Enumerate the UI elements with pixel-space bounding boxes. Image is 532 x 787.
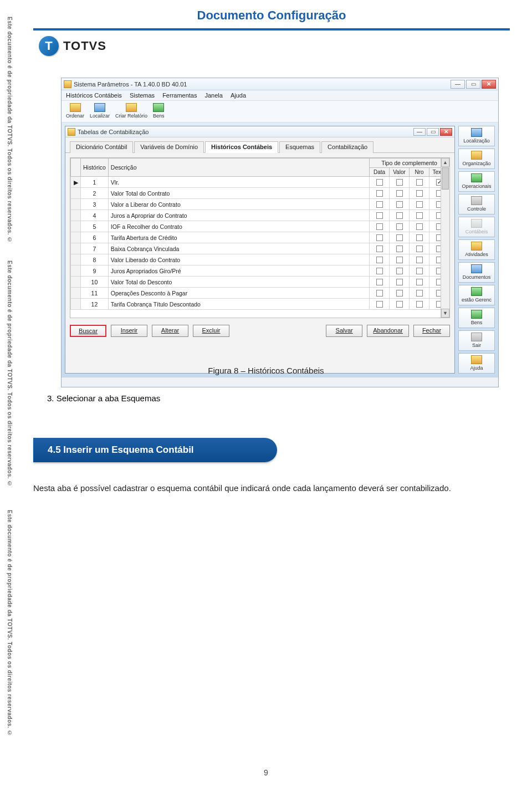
tool-localizar[interactable]: Localizar — [90, 103, 110, 119]
close-button[interactable]: ✕ — [482, 80, 496, 89]
table-row[interactable]: 6Tarifa Abertura de Crédito — [71, 232, 449, 243]
table-row[interactable]: 7Baixa Cobrança Vinculada — [71, 243, 449, 254]
checkbox-icon[interactable] — [396, 279, 403, 285]
cell-checkbox[interactable] — [390, 243, 410, 254]
cell-checkbox[interactable] — [370, 288, 390, 299]
cell-checkbox[interactable] — [390, 221, 410, 232]
checkbox-icon[interactable] — [376, 257, 383, 263]
excluir-button[interactable]: Excluir — [193, 325, 229, 337]
table-row[interactable]: 11Operações Desconto à Pagar — [71, 288, 449, 299]
table-row[interactable]: 12Tarifa Cobrança Título Descontado — [71, 299, 449, 310]
menu-item-janela[interactable]: Janela — [204, 92, 222, 99]
cell-checkbox[interactable] — [370, 254, 390, 265]
cell-checkbox[interactable] — [390, 199, 410, 210]
checkbox-icon[interactable] — [396, 257, 403, 263]
cell-checkbox[interactable] — [410, 288, 429, 299]
checkbox-icon[interactable] — [376, 246, 383, 252]
checkbox-icon[interactable] — [416, 257, 423, 263]
menu-item-historicos[interactable]: Históricos Contábeis — [66, 92, 122, 99]
table-row[interactable]: 10Valor Total do Desconto — [71, 277, 449, 288]
sidebar-item-est-o-gerenc[interactable]: estão Gerenc — [458, 285, 495, 305]
tab-esquemas[interactable]: Esquemas — [279, 141, 320, 153]
cell-checkbox[interactable] — [410, 232, 429, 243]
checkbox-icon[interactable] — [416, 234, 423, 241]
checkbox-icon[interactable] — [376, 268, 383, 274]
checkbox-icon[interactable] — [376, 212, 383, 219]
checkbox-icon[interactable] — [396, 290, 403, 297]
tool-ordenar[interactable]: Ordenar — [66, 103, 84, 119]
checkbox-icon[interactable] — [396, 268, 403, 274]
checkbox-icon[interactable] — [396, 301, 403, 308]
cell-checkbox[interactable] — [410, 265, 429, 277]
cell-checkbox[interactable] — [390, 288, 410, 299]
scroll-down-icon[interactable]: ▼ — [441, 309, 449, 318]
cell-checkbox[interactable] — [370, 277, 390, 288]
cell-checkbox[interactable] — [390, 210, 410, 221]
checkbox-icon[interactable] — [416, 179, 423, 186]
cell-checkbox[interactable] — [390, 265, 410, 277]
cell-checkbox[interactable] — [410, 199, 429, 210]
tool-relatorio[interactable]: Criar Relatório — [115, 103, 147, 119]
cell-checkbox[interactable] — [410, 188, 429, 199]
inner-maximize-button[interactable]: ▭ — [427, 128, 439, 136]
cell-checkbox[interactable] — [370, 265, 390, 277]
checkbox-icon[interactable] — [376, 290, 383, 297]
tab-dicionario[interactable]: Dicionário Contábil — [70, 141, 133, 153]
tool-bens[interactable]: Bens — [153, 103, 165, 119]
cell-checkbox[interactable] — [390, 188, 410, 199]
checkbox-icon[interactable] — [416, 212, 423, 219]
checkbox-icon[interactable] — [416, 201, 423, 208]
cell-checkbox[interactable] — [410, 299, 429, 310]
cell-checkbox[interactable] — [370, 232, 390, 243]
sidebar-item-atividades[interactable]: Atividades — [458, 239, 495, 260]
checkbox-icon[interactable] — [396, 223, 403, 230]
scroll-thumb[interactable] — [442, 167, 449, 190]
checkbox-icon[interactable] — [416, 290, 423, 297]
checkbox-icon[interactable] — [396, 190, 403, 197]
checkbox-icon[interactable] — [376, 190, 383, 197]
cell-checkbox[interactable] — [410, 177, 429, 188]
minimize-button[interactable]: — — [451, 80, 465, 89]
table-row[interactable]: 9Juros Apropriados Giro/Pré — [71, 265, 449, 277]
menu-item-ferramentas[interactable]: Ferramentas — [162, 92, 197, 99]
maximize-button[interactable]: ▭ — [466, 80, 480, 89]
cell-checkbox[interactable] — [390, 254, 410, 265]
checkbox-icon[interactable] — [416, 301, 423, 308]
tab-contabilizacao[interactable]: Contabilização — [321, 141, 374, 153]
cell-checkbox[interactable] — [410, 210, 429, 221]
cell-checkbox[interactable] — [370, 243, 390, 254]
cell-checkbox[interactable] — [370, 210, 390, 221]
checkbox-icon[interactable] — [396, 179, 403, 186]
cell-checkbox[interactable] — [410, 243, 429, 254]
vertical-scrollbar[interactable]: ▲ ▼ — [441, 158, 449, 318]
alterar-button[interactable]: Alterar — [152, 325, 188, 337]
cell-checkbox[interactable] — [370, 199, 390, 210]
tab-historicos[interactable]: Históricos Contábeis — [205, 141, 278, 153]
table-row[interactable]: 2Valor Total do Contrato — [71, 188, 449, 199]
sidebar-item-sair[interactable]: Sair — [458, 330, 495, 351]
checkbox-icon[interactable] — [416, 223, 423, 230]
cell-checkbox[interactable] — [390, 277, 410, 288]
salvar-button[interactable]: Salvar — [326, 325, 362, 337]
scroll-up-icon[interactable]: ▲ — [441, 158, 449, 167]
checkbox-icon[interactable] — [416, 268, 423, 274]
checkbox-icon[interactable] — [396, 234, 403, 241]
table-row[interactable]: 8Valor Liberado do Contrato — [71, 254, 449, 265]
checkbox-icon[interactable] — [396, 212, 403, 219]
checkbox-icon[interactable] — [376, 179, 383, 186]
checkbox-icon[interactable] — [416, 279, 423, 285]
checkbox-icon[interactable] — [396, 246, 403, 252]
sidebar-item-operacionais[interactable]: Operacionais — [458, 171, 495, 192]
checkbox-icon[interactable] — [396, 201, 403, 208]
sidebar-item-localiza-o[interactable]: Localização — [458, 126, 495, 146]
cell-checkbox[interactable] — [370, 188, 390, 199]
sidebar-item-bens[interactable]: Bens — [458, 308, 495, 328]
cell-checkbox[interactable] — [410, 277, 429, 288]
table-row[interactable]: 4Juros a Apropriar do Contrato — [71, 210, 449, 221]
cell-checkbox[interactable] — [390, 177, 410, 188]
table-row[interactable]: 3Valor a Liberar do Contrato — [71, 199, 449, 210]
inserir-button[interactable]: Inserir — [111, 325, 147, 337]
cell-checkbox[interactable] — [390, 232, 410, 243]
buscar-button[interactable]: Buscar — [70, 325, 106, 337]
table-row[interactable]: 5IOF a Recolher do Contrato — [71, 221, 449, 232]
